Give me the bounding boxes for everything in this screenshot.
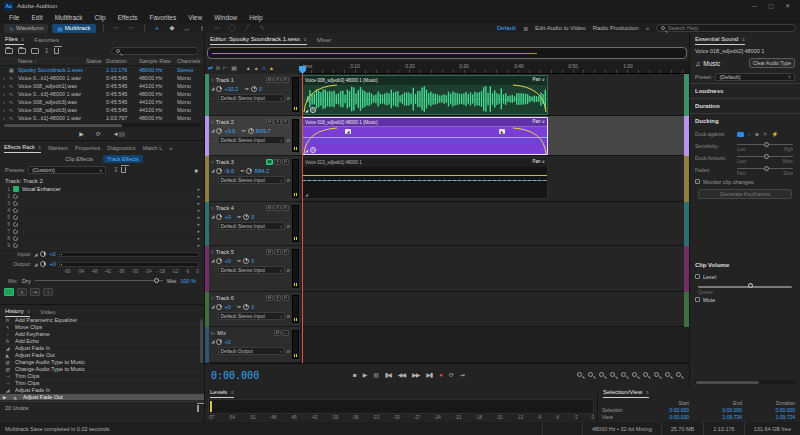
workspace-menu-icon[interactable]: ≣ bbox=[523, 25, 528, 32]
tab-history[interactable]: History ≡ bbox=[5, 308, 30, 317]
input-select[interactable]: Default Stereo Input› bbox=[218, 136, 285, 144]
volume-knob[interactable] bbox=[216, 86, 222, 92]
clear-audio-type-button[interactable]: Clear Audio Type bbox=[749, 58, 795, 68]
view-duration[interactable]: 1:09.724 bbox=[742, 414, 795, 420]
tab-editor[interactable]: Editor: Spooky Soundtrack.1.sesx ≡ bbox=[210, 36, 307, 45]
fade-in-handle[interactable]: ◢ bbox=[345, 129, 351, 134]
scrollbar-track6[interactable] bbox=[684, 292, 689, 327]
wet-value[interactable]: 100 % bbox=[180, 278, 196, 284]
panel-toggle-b-icon[interactable]: ▭ bbox=[126, 24, 137, 32]
volume-value[interactable]: +9.6 bbox=[224, 128, 235, 134]
routing-icon[interactable]: ⊢ bbox=[223, 64, 228, 71]
pan-knob[interactable] bbox=[243, 304, 249, 310]
open-file-icon[interactable] bbox=[5, 48, 13, 54]
es-hscrollbar[interactable] bbox=[694, 380, 796, 384]
clip-gain-icon[interactable]: ◢ bbox=[305, 108, 308, 113]
output-gain-value[interactable]: +0 bbox=[49, 261, 55, 267]
track-header[interactable]: ≈Track 4 MSR ◢+0 ◂▸0 ↔ → Default Stereo … bbox=[209, 202, 300, 246]
power-icon[interactable] bbox=[13, 229, 18, 234]
track-header[interactable]: ≈Track 5 MSR ◢+0 ◂▸0 ↔ → Default Stereo … bbox=[209, 246, 300, 292]
view-start[interactable]: 0:00.000 bbox=[636, 414, 689, 420]
time-selection-tool-icon[interactable]: I bbox=[197, 25, 208, 32]
fade-out-curve[interactable] bbox=[513, 84, 547, 112]
section-duration[interactable]: Duration bbox=[690, 98, 800, 113]
volume-value[interactable]: +10.2 bbox=[224, 86, 238, 92]
tab-markers[interactable]: Markers bbox=[48, 145, 68, 153]
selection-end[interactable]: 0:00.000 bbox=[689, 407, 742, 413]
time-display[interactable]: 0:00.000 bbox=[211, 370, 259, 381]
slider-handle[interactable] bbox=[764, 154, 769, 159]
mute-button[interactable]: M bbox=[266, 205, 273, 211]
clip-gain-icon[interactable]: ◢ bbox=[305, 192, 308, 197]
panel-menu-icon[interactable]: ≡ bbox=[27, 308, 30, 314]
input-select[interactable]: Default Stereo Input› bbox=[218, 176, 285, 184]
history-scrollbar[interactable] bbox=[200, 319, 203, 363]
move-next-button[interactable]: ▶▮ bbox=[426, 371, 432, 378]
clip-loop-icon[interactable]: ↻ bbox=[310, 147, 316, 153]
arm-button[interactable]: R bbox=[282, 119, 289, 125]
power-icon[interactable] bbox=[13, 236, 18, 241]
brush-tool-icon[interactable]: ✎ bbox=[257, 24, 268, 32]
meters-icon[interactable]: ▤ bbox=[231, 64, 237, 71]
solo-button[interactable]: S bbox=[274, 77, 281, 83]
mix-track-lane[interactable] bbox=[300, 327, 689, 363]
clip-volume-slider[interactable]: Quieter bbox=[696, 282, 794, 294]
history-item[interactable]: ▤Change Audio Type to Music bbox=[0, 366, 204, 373]
record-button[interactable]: ● bbox=[439, 372, 442, 378]
effect-slot[interactable]: 3▸ bbox=[0, 200, 204, 207]
clip-loop-icon[interactable]: ↻ bbox=[310, 107, 316, 113]
volume-knob[interactable] bbox=[216, 168, 222, 174]
selection-start[interactable]: 0:00.000 bbox=[636, 407, 689, 413]
workspace-overflow[interactable]: » bbox=[646, 25, 649, 31]
tab-match-loudness[interactable]: Match L bbox=[143, 145, 163, 153]
fades-slider[interactable]: Fast Slow bbox=[735, 164, 795, 176]
slot-chevron-icon[interactable]: ▸ bbox=[197, 207, 200, 213]
fx-toggle-icon[interactable]: fx bbox=[216, 65, 220, 71]
mix-track-header[interactable]: ⊢Mix M↔ ◢+0 ↔ ← Default Output› ⌀ bbox=[209, 327, 300, 363]
output-select[interactable]: Default Output› bbox=[218, 347, 285, 355]
move-previous-button[interactable]: ▮◀ bbox=[385, 371, 391, 378]
power-icon[interactable] bbox=[13, 201, 18, 206]
pan-knob[interactable] bbox=[246, 168, 252, 174]
duck-sfx-icon[interactable]: ◆ bbox=[755, 131, 759, 137]
es-preset-select[interactable]: (Default) ∨ bbox=[715, 73, 795, 81]
panel-menu-icon[interactable]: ≡ bbox=[38, 144, 41, 150]
slot-chevron-icon[interactable]: ▸ bbox=[197, 235, 200, 241]
effects-list-icon[interactable]: ≡ bbox=[17, 288, 27, 296]
zoom-selection-in-icon[interactable] bbox=[632, 372, 637, 377]
effect-slot[interactable]: 2▸ bbox=[0, 193, 204, 200]
solo-button[interactable]: S bbox=[274, 295, 281, 301]
history-item[interactable]: ↖Move Clips bbox=[0, 324, 204, 331]
track-header[interactable]: ≈Track 2 MSR ◢+9.6 ◂▸R59.7 ↔ → Default S… bbox=[209, 116, 300, 156]
tab-diagnostics[interactable]: Diagnostics bbox=[107, 145, 135, 153]
history-item[interactable]: ⊣Trim Clips bbox=[0, 373, 204, 380]
scrollbar-track5[interactable] bbox=[684, 246, 689, 292]
fast-forward-button[interactable]: ▶▶ bbox=[412, 371, 419, 378]
loop-playback-button[interactable]: ⟳ bbox=[449, 371, 453, 378]
pan-value[interactable]: 0 bbox=[251, 258, 254, 264]
power-icon[interactable] bbox=[13, 194, 18, 199]
menu-item[interactable]: Help bbox=[243, 14, 268, 21]
files-hscrollbar[interactable] bbox=[3, 123, 201, 127]
pan-knob[interactable] bbox=[243, 258, 249, 264]
phase-icon[interactable]: ⌀ bbox=[287, 348, 290, 354]
tab-essential-sound[interactable]: Essential Sound ≡ bbox=[695, 36, 745, 45]
line-tool-icon[interactable]: ╱ bbox=[242, 24, 253, 32]
input-gain-knob[interactable] bbox=[40, 251, 46, 257]
phase-icon[interactable]: ⌀ bbox=[287, 267, 290, 273]
volume-envelope-line[interactable] bbox=[303, 137, 547, 138]
files-search-input[interactable] bbox=[123, 48, 194, 54]
volume-knob[interactable] bbox=[216, 128, 222, 134]
tab-overflow[interactable]: » bbox=[169, 145, 172, 153]
menu-item[interactable]: Multitrack bbox=[49, 14, 89, 21]
slip-tool-icon[interactable]: ↔ bbox=[182, 25, 193, 32]
zoom-selection-icon[interactable] bbox=[654, 372, 659, 377]
solo-button[interactable]: S bbox=[274, 249, 281, 255]
menu-item[interactable]: File bbox=[3, 14, 25, 21]
input-select[interactable]: Default Stereo Input› bbox=[218, 266, 285, 274]
fade-out-handle[interactable]: ◣ bbox=[499, 129, 505, 134]
zoom-navigator[interactable] bbox=[207, 47, 687, 59]
volume-value[interactable]: +0 bbox=[224, 214, 230, 220]
panel-menu-icon[interactable]: ≡ bbox=[742, 36, 745, 42]
menu-item[interactable]: Favorites bbox=[143, 14, 182, 21]
